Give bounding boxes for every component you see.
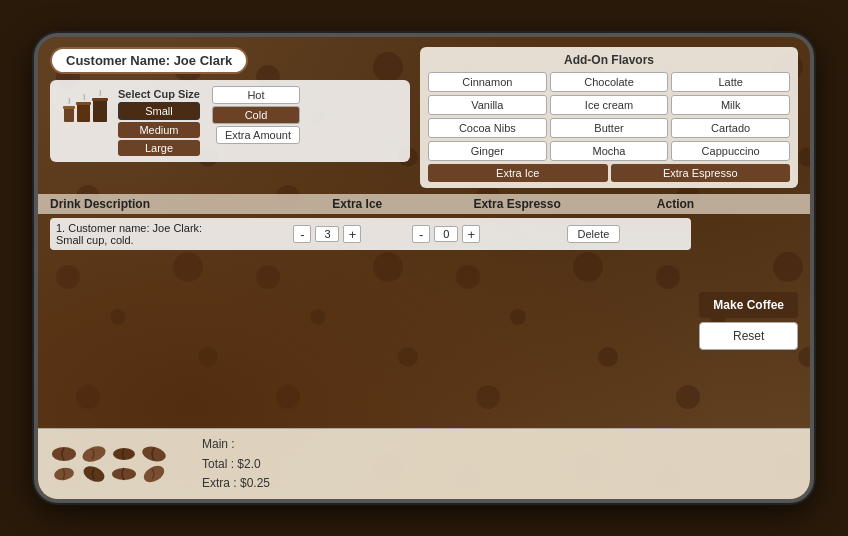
temperature-options: Hot Cold Extra Amount	[212, 86, 300, 144]
extra-espresso-value: 0	[434, 226, 458, 242]
addons-panel: Add-On Flavors Cinnamon Chocolate Latte …	[420, 47, 798, 188]
order-description: 1. Customer name: Joe Clark: Small cup, …	[56, 222, 293, 246]
bean-icon	[80, 445, 108, 463]
bean-icon	[50, 465, 78, 483]
temp-cold-button[interactable]: Cold	[212, 106, 300, 124]
flavor-mocha-button[interactable]: Mocha	[550, 141, 669, 161]
col-action: Action	[657, 197, 798, 211]
order-list: 1. Customer name: Joe Clark: Small cup, …	[50, 218, 691, 424]
bean-icon	[50, 445, 78, 463]
extra-espresso-decrement-button[interactable]: -	[412, 225, 430, 243]
svg-rect-0	[64, 108, 74, 122]
table-header-section: Drink Description Extra Ice Extra Espres…	[38, 194, 810, 214]
extra-ice-increment-button[interactable]: +	[343, 225, 361, 243]
size-large-button[interactable]: Large	[118, 140, 200, 156]
svg-rect-5	[92, 98, 108, 101]
flavors-grid: Cinnamon Chocolate Latte Vanilla Ice cre…	[428, 72, 790, 161]
size-medium-button[interactable]: Medium	[118, 122, 200, 138]
flavor-cocoanibs-button[interactable]: Cocoa Nibs	[428, 118, 547, 138]
extra-price: Extra : $0.25	[202, 474, 270, 493]
flavor-cartado-button[interactable]: Cartado	[671, 118, 790, 138]
special-buttons-row: Extra Ice Extra Espresso	[428, 164, 790, 182]
svg-point-11	[81, 465, 107, 483]
col-drink-desc: Drink Description	[50, 197, 332, 211]
flavor-cinnamon-button[interactable]: Cinnamon	[428, 72, 547, 92]
main-price: Main :	[202, 435, 270, 454]
coffee-beans-decoration	[50, 445, 190, 483]
extra-espresso-addon-button[interactable]: Extra Espresso	[611, 164, 791, 182]
extra-ice-addon-button[interactable]: Extra Ice	[428, 164, 608, 182]
bean-icon	[80, 465, 108, 483]
customer-name-box: Customer Name: Joe Clark	[50, 47, 248, 74]
svg-rect-4	[93, 100, 107, 122]
col-extra-ice: Extra Ice	[332, 197, 473, 211]
addons-title: Add-On Flavors	[428, 53, 790, 67]
top-section: Customer Name: Joe Clark	[38, 37, 810, 194]
device-frame: Customer Name: Joe Clark	[34, 33, 814, 503]
flavor-icecream-button[interactable]: Ice cream	[550, 95, 669, 115]
left-panel: Customer Name: Joe Clark	[50, 47, 410, 188]
action-cell: Delete	[567, 225, 686, 243]
cup-image	[58, 86, 110, 138]
flavor-vanilla-button[interactable]: Vanilla	[428, 95, 547, 115]
svg-rect-2	[77, 104, 90, 122]
extra-espresso-increment-button[interactable]: +	[462, 225, 480, 243]
svg-point-12	[112, 468, 136, 480]
extra-ice-counter: - 3 +	[293, 225, 412, 243]
flavor-butter-button[interactable]: Butter	[550, 118, 669, 138]
table-row: 1. Customer name: Joe Clark: Small cup, …	[50, 218, 691, 250]
table-header-row: Drink Description Extra Ice Extra Espres…	[50, 197, 798, 211]
flavor-chocolate-button[interactable]: Chocolate	[550, 72, 669, 92]
col-extra-espresso: Extra Espresso	[473, 197, 656, 211]
flavor-cappuccino-button[interactable]: Cappuccino	[671, 141, 790, 161]
flavor-latte-button[interactable]: Latte	[671, 72, 790, 92]
size-small-button[interactable]: Small	[118, 102, 200, 120]
temp-hot-button[interactable]: Hot	[212, 86, 300, 104]
size-options: Small Medium Large	[118, 102, 200, 156]
price-info: Main : Total : $2.0 Extra : $0.25	[202, 435, 270, 493]
app-background: Customer Name: Joe Clark	[38, 37, 810, 499]
total-price: Total : $2.0	[202, 455, 270, 474]
bean-icon	[140, 445, 168, 463]
cup-size-row: Select Cup Size Small Medium Large Hot C…	[50, 80, 410, 162]
extra-ice-decrement-button[interactable]: -	[293, 225, 311, 243]
extra-espresso-counter: - 0 +	[412, 225, 566, 243]
extra-amount-button[interactable]: Extra Amount	[216, 126, 300, 144]
extra-ice-value: 3	[315, 226, 339, 242]
cup-size-controls: Select Cup Size Small Medium Large	[118, 86, 200, 156]
svg-rect-1	[63, 106, 75, 109]
svg-rect-3	[76, 102, 91, 105]
flavor-ginger-button[interactable]: Ginger	[428, 141, 547, 161]
cup-size-label: Select Cup Size	[118, 86, 200, 100]
bean-icon	[110, 465, 138, 483]
flavor-milk-button[interactable]: Milk	[671, 95, 790, 115]
delete-order-button[interactable]: Delete	[567, 225, 621, 243]
action-buttons: Make Coffee Reset	[699, 218, 798, 424]
order-area: 1. Customer name: Joe Clark: Small cup, …	[38, 214, 810, 428]
bean-icon	[110, 445, 138, 463]
customer-name-label: Customer Name: Joe Clark	[66, 53, 232, 68]
make-coffee-button[interactable]: Make Coffee	[699, 292, 798, 318]
footer-area: Main : Total : $2.0 Extra : $0.25	[38, 428, 810, 499]
cup-illustration-icon	[58, 86, 110, 138]
reset-button[interactable]: Reset	[699, 322, 798, 350]
bean-icon	[140, 465, 168, 483]
svg-point-9	[141, 445, 168, 463]
